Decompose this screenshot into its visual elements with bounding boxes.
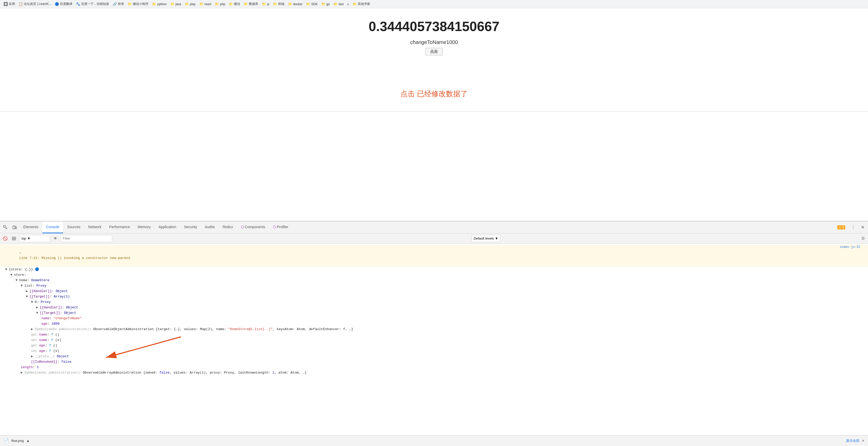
default-levels-dropdown[interactable]: Default levels ▼ [471, 235, 501, 242]
main-content: 0.3444057384150667 changeToName1000 点击 点… [0, 8, 868, 112]
folder-icon: 📁 [244, 2, 248, 6]
tree-symbol-array-admin[interactable]: ▶ Symbol(mobx administration): Observabl… [0, 370, 868, 375]
bookmark-baidu[interactable]: 🐾 百度一下，你就知道 [74, 1, 111, 7]
expand-icon[interactable]: ▼ [31, 300, 35, 304]
bookmark-php[interactable]: 📁 php [213, 2, 227, 6]
bookmark-apps[interactable]: 🔲 应用 [2, 1, 17, 7]
bottom-bar: 📄 flow.png ▲ 显示全部 × [0, 435, 868, 446]
svg-rect-5 [12, 240, 16, 240]
svg-rect-1 [13, 226, 15, 229]
bookmark-docker[interactable]: 📁 docker [286, 2, 304, 6]
main-number: 0.3444057384150667 [369, 19, 499, 34]
tab-elements[interactable]: Elements [20, 221, 42, 233]
tab-components[interactable]: ⬡ Components [237, 221, 269, 233]
tree-store[interactable]: ▼ store: [0, 272, 868, 277]
expand-icon[interactable]: ▼ [26, 294, 29, 299]
expand-icon[interactable]: ▼ [10, 272, 14, 277]
close-bottom-button[interactable]: × [862, 439, 864, 443]
collapsed-icon[interactable]: ▶ [26, 289, 29, 294]
collapsed-icon[interactable]: ▶ [21, 370, 24, 375]
expand-icon[interactable]: ▼ [5, 267, 9, 272]
expand-icon[interactable]: ▼ [36, 310, 40, 315]
bookmark-other[interactable]: 📁 其他书签 [351, 1, 372, 7]
console-toolbar: 🚫 top ▼ 👁 Default levels ▼ ⚙ [0, 233, 868, 244]
file-name: flow.png [11, 439, 24, 443]
tab-sources[interactable]: Sources [64, 221, 84, 233]
file-icon: 📄 [4, 438, 9, 443]
tab-application[interactable]: Application [155, 221, 180, 233]
tab-network[interactable]: Network [85, 221, 105, 233]
click-message: 点击 已经修改数据了 [400, 89, 468, 99]
tree-0-proxy[interactable]: ▼ 0: Proxy [0, 299, 868, 305]
bookmark-login[interactable]: 🔗 登录 [111, 1, 126, 7]
folder-icon: 📁 [273, 2, 277, 6]
bookmark-test[interactable]: 📁 test [332, 2, 345, 6]
tree-home[interactable]: ▼ home: HomeStore [0, 277, 868, 283]
inspect-element-button[interactable] [1, 223, 10, 232]
dropdown-arrow-icon: ▼ [495, 236, 498, 240]
default-levels-label: Default levels [474, 236, 494, 240]
tree-target-array[interactable]: ▼ [[Target]]: Array(1) [0, 294, 868, 299]
folder-icon: 📁 [306, 2, 310, 6]
tab-security[interactable]: Security [180, 221, 201, 233]
tree-symbol-admin[interactable]: ▶ Symbol(mobx administration): Observabl… [0, 326, 868, 332]
tab-memory[interactable]: Memory [134, 221, 155, 233]
chevron-up-icon: ▲ [26, 439, 30, 443]
click-button[interactable]: 点击 [425, 48, 443, 55]
bookmark-more[interactable]: » [346, 2, 350, 6]
close-devtools-button[interactable]: ✕ [858, 223, 867, 232]
tree-target-obj[interactable]: ▼ [[Target]]: Object [0, 310, 868, 316]
show-drawer-button[interactable] [10, 235, 18, 242]
console-settings-button[interactable]: ⚙ [860, 236, 866, 241]
bookmark-js[interactable]: 📁 js [260, 2, 271, 6]
tree-handler1[interactable]: ▶ [[Handler]]: Object [0, 289, 868, 294]
tree-root[interactable]: ▼ {store: {…}} 🔵 [0, 267, 868, 272]
more-options-button[interactable]: ⋮ [849, 223, 858, 232]
expand-icon[interactable]: ▼ [21, 283, 24, 288]
bookmark-go[interactable]: 📁 go [320, 2, 331, 6]
collapsed-icon[interactable]: ▶ [31, 354, 35, 359]
device-toolbar-button[interactable] [10, 223, 19, 232]
tree-set-name: set name: f (v) [0, 337, 868, 343]
tab-performance[interactable]: Performance [105, 221, 133, 233]
collapsed-icon[interactable]: ▶ [36, 305, 40, 310]
tab-profiler[interactable]: ⬡ Profiler [269, 221, 292, 233]
bookmark-db[interactable]: 📁 数据库 [242, 1, 260, 7]
expand-icon[interactable]: ▼ [16, 278, 19, 283]
tree-proto[interactable]: ▶ __proto__: Object [0, 354, 868, 359]
collapsed-icon[interactable]: ▶ [31, 327, 35, 332]
bookmark-sdk[interactable]: 📁 SDK [305, 2, 319, 6]
login-icon: 🔗 [113, 2, 117, 6]
context-selector[interactable]: top ▼ [19, 235, 50, 242]
bookmark-learnk[interactable]: 📋 论坛首页 | LearnK... [17, 1, 53, 7]
tree-get-age: get age: f () [0, 343, 868, 348]
bookmark-java[interactable]: 📁 java [169, 2, 183, 6]
svg-rect-4 [12, 238, 16, 239]
index-link[interactable]: index.js:32 [840, 245, 860, 249]
filter-input[interactable] [61, 235, 112, 242]
bookmark-wechat-mini[interactable]: 📁 微信小程序 [126, 1, 150, 7]
tab-audits[interactable]: Audits [201, 221, 218, 233]
folder-icon: 📁 [215, 2, 219, 6]
tree-handler2[interactable]: ▶ [[Handler]]: Object [0, 305, 868, 310]
svg-rect-0 [4, 226, 5, 228]
bookmark-python[interactable]: 📁 python [150, 2, 168, 6]
bookmark-play[interactable]: 📁 play [183, 2, 197, 6]
folder-icon: 📁 [170, 2, 175, 6]
folder-icon: 📁 [199, 2, 204, 6]
tab-redux[interactable]: Redux [219, 221, 237, 233]
bookmark-bar: 🔲 应用 📋 论坛首页 | LearnK... 🔵 百度翻译 🐾 百度一下，你就… [0, 0, 868, 8]
tree-age-value: age: 1000 [0, 321, 868, 326]
clear-console-button[interactable]: 🚫 [2, 235, 9, 242]
svg-rect-2 [15, 227, 17, 229]
tab-console[interactable]: Console [42, 221, 63, 233]
bookmark-react[interactable]: 📁 react [198, 2, 213, 6]
bookmark-frontend[interactable]: 📁 前端 [271, 1, 286, 7]
tree-list[interactable]: ▼ list: Proxy [0, 283, 868, 289]
console-output[interactable]: index.js:32 ⚠ Line 7:11: Missing () invo… [0, 244, 868, 445]
bookmark-translate[interactable]: 🔵 百度翻译 [53, 1, 74, 7]
folder-icon: 📁 [288, 2, 292, 6]
show-all-button[interactable]: 显示全部 [846, 439, 860, 443]
eye-icon-button[interactable]: 👁 [52, 235, 59, 242]
bookmark-wechat[interactable]: 📁 微信 [227, 1, 242, 7]
